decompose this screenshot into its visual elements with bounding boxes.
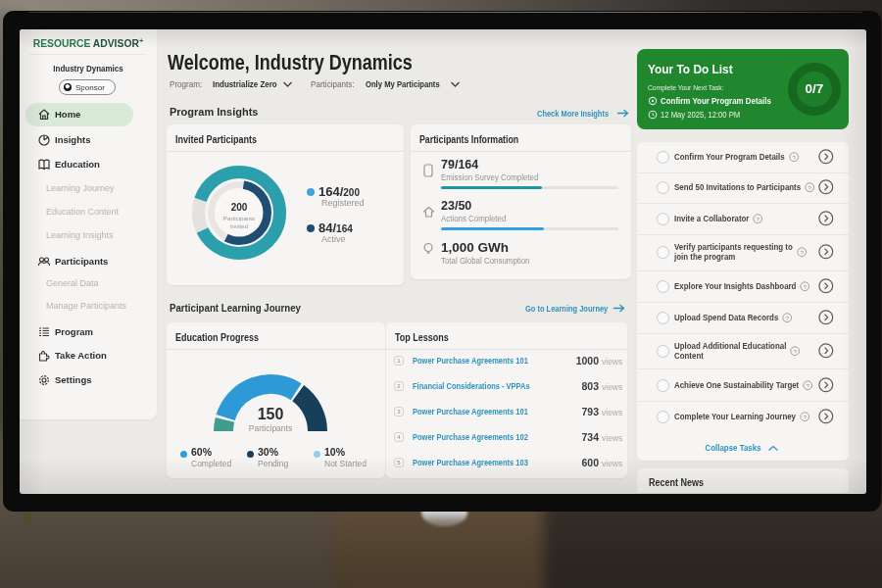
svg-text:?: ? <box>808 183 811 190</box>
svg-text:?: ? <box>804 282 808 289</box>
svg-text:?: ? <box>792 153 796 160</box>
svg-text:?: ? <box>786 314 790 320</box>
svg-text:?: ? <box>800 248 804 255</box>
svg-text:Participants: Participants <box>223 215 255 221</box>
svg-text:?: ? <box>794 347 798 354</box>
svg-text:?: ? <box>803 413 807 419</box>
svg-text:?: ? <box>807 381 810 388</box>
svg-text:Invited: Invited <box>230 222 249 229</box>
svg-text:200: 200 <box>231 202 248 213</box>
svg-text:?: ? <box>757 215 760 221</box>
